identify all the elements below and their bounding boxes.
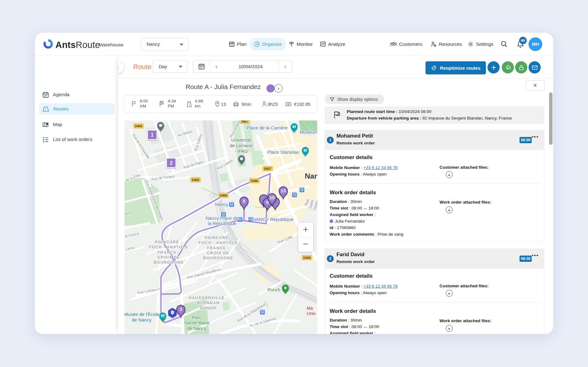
stat-value: 13 — [221, 102, 226, 107]
work-order-details-heading: Work order details — [330, 308, 376, 314]
zoom-in-button[interactable]: + — [298, 223, 313, 237]
work-order-details-heading: Work order details — [330, 190, 376, 196]
flag-icon — [131, 101, 138, 108]
work-order-header[interactable]: 1 Mohamed Petit Remote work order 08:00 … — [325, 130, 544, 150]
phone-link[interactable]: +33 6 12 34 56 78 — [364, 165, 397, 170]
lock-button[interactable] — [515, 61, 527, 73]
map-zoom-control: + − — [298, 223, 313, 252]
work-order-field: Assigned field worker : — [330, 331, 376, 334]
mobile-number-field: Mobile Number : +33 6 12 34 56 78 — [330, 284, 397, 289]
customer-files-label: Customer attached files: — [440, 165, 489, 170]
gauge-icon — [254, 41, 260, 47]
sidebar-item-map[interactable]: Map — [39, 119, 114, 130]
calendar-icon — [198, 63, 205, 70]
nav-resources[interactable]: Resources — [430, 33, 462, 55]
lock-icon — [518, 64, 524, 71]
search-icon — [501, 40, 508, 48]
stop-marker-2[interactable]: 2 — [167, 158, 176, 167]
add-customer-file-button[interactable]: + — [446, 290, 453, 297]
resources-icon — [430, 41, 437, 47]
tab-organize[interactable]: Organize — [250, 38, 286, 50]
gear-icon — [468, 41, 474, 47]
calendar-icon — [229, 41, 235, 47]
finish-icon — [159, 101, 166, 108]
previous-day-button[interactable]: ‹ — [210, 64, 223, 70]
cloud-download-icon — [505, 64, 511, 71]
top-navigation-bar: AntsRoute Warehouse Nancy Plan Organize … — [35, 33, 553, 55]
add-route-button[interactable] — [487, 61, 500, 73]
opening-hours-field: Opening hours : Always open — [330, 172, 387, 176]
next-day-button[interactable]: › — [279, 60, 292, 73]
road-badge: D657 — [240, 120, 250, 124]
road-badge: D400 — [249, 178, 259, 183]
app-window: AntsRoute Warehouse Nancy Plan Organize … — [35, 33, 553, 334]
send-email-button[interactable] — [529, 61, 541, 73]
svg-text:3: 3 — [180, 307, 182, 312]
svg-text:D400: D400 — [251, 179, 258, 183]
scheduled-time-badge: 08:00 — [520, 137, 532, 143]
transit-station-icon — [300, 188, 304, 192]
calendar-button[interactable] — [193, 60, 210, 73]
stop-index-badge: 1 — [327, 137, 334, 144]
stop-index-badge: 2 — [327, 255, 334, 262]
tab-plan[interactable]: Plan — [229, 33, 247, 55]
user-avatar[interactable]: MH — [529, 37, 542, 51]
agenda-icon — [42, 92, 49, 98]
svg-text:13: 13 — [281, 188, 286, 193]
svg-text:D400: D400 — [135, 125, 142, 128]
antsroute-logo-icon — [43, 39, 54, 49]
work-order-card: 1 Mohamed Petit Remote work order 08:00 … — [325, 130, 544, 242]
order-menu-button[interactable]: ••• — [532, 134, 539, 140]
sidebar-item-work-orders[interactable]: List of work orders — [39, 134, 114, 145]
panel-scrollbar[interactable] — [549, 92, 553, 145]
export-button[interactable] — [502, 61, 514, 73]
tab-monitor[interactable]: Monitor — [289, 33, 313, 55]
period-select[interactable]: Day — [153, 60, 187, 73]
vehicle-parking-pin[interactable] — [169, 309, 176, 317]
nav-customers[interactable]: Customers — [390, 33, 422, 55]
svg-text:1: 1 — [151, 132, 153, 138]
add-work-file-button[interactable]: + — [446, 325, 453, 332]
transit-station-icon — [292, 193, 297, 197]
work-order-field: Time slot : 08:00 ↔ 18:00 — [330, 324, 379, 329]
route-map[interactable]: 910135312D400D400D400D400D400D657D657 Av… — [125, 120, 317, 334]
stop-marker-1[interactable]: 1 — [148, 130, 157, 139]
work-order-body: Customer details Mobile Number : +33 6 1… — [325, 150, 544, 242]
work-order-field: Duration : 30min — [330, 199, 362, 204]
route-page-title: Route — [133, 63, 152, 71]
order-menu-button[interactable]: ••• — [532, 252, 539, 259]
zoom-out-button[interactable]: − — [298, 237, 313, 252]
work-order-header[interactable]: 2 Farid David Remote work order 08:30 ••… — [325, 249, 544, 269]
work-order-field: Id : 17565860 — [330, 225, 355, 230]
search-button[interactable] — [501, 33, 508, 55]
reoptimize-routes-button[interactable]: Reoptimize routes — [426, 61, 486, 74]
departure-parking-area: Departure from vehicle parking area : 92… — [347, 116, 512, 120]
close-panel-button[interactable]: ✕ — [526, 80, 544, 91]
worker-color-dot — [330, 219, 333, 223]
work-files-label: Work order attached files: — [440, 200, 491, 205]
add-work-file-button[interactable]: + — [446, 206, 453, 213]
sidebar-item-routes[interactable]: Routes — [39, 103, 114, 115]
antsroute-logo[interactable]: AntsRoute — [55, 40, 100, 50]
collapse-panel-button[interactable]: ‹ — [118, 61, 124, 73]
work-order-body: Customer details Mobile Number : +33 6 1… — [325, 269, 544, 334]
show-display-options-button[interactable]: Show display options — [325, 94, 384, 104]
sidebar-item-agenda[interactable]: Agenda — [39, 89, 114, 100]
assigned-worker: Julia Fernandez — [330, 219, 365, 223]
svg-text:5: 5 — [243, 198, 245, 204]
warehouse-select[interactable]: Nancy — [141, 38, 189, 51]
chart-icon — [320, 41, 326, 47]
nav-settings[interactable]: Settings — [468, 33, 493, 55]
chevron-down-icon — [179, 66, 182, 68]
routes-icon — [42, 106, 49, 112]
phone-link[interactable]: +33 6 12 34 56 78 — [364, 284, 397, 289]
svg-text:10: 10 — [270, 195, 275, 200]
work-files-label: Work order attached files: — [440, 318, 491, 323]
signpost-icon — [289, 41, 294, 47]
add-customer-file-button[interactable]: + — [446, 171, 453, 178]
stat-value: €192.85 — [294, 102, 310, 107]
flag-icon — [333, 111, 341, 120]
work-order-field: Duration : 30min — [330, 318, 362, 322]
tab-analyze[interactable]: Analyze — [320, 33, 345, 55]
road-badge: D400 — [134, 124, 143, 128]
